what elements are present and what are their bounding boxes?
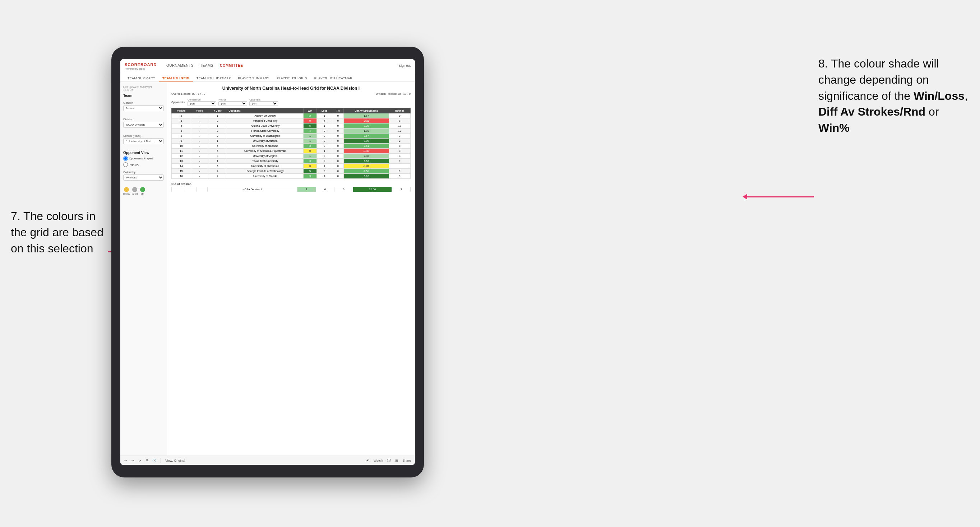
cell-opponent: Florida State University xyxy=(227,129,304,133)
legend-up: Up xyxy=(140,187,145,195)
cell-tie: 0 xyxy=(332,169,344,174)
cell-reg: - xyxy=(191,113,208,119)
logo-sub: Powered by clippd xyxy=(125,67,157,70)
toolbar-redo[interactable]: ↪ xyxy=(130,459,135,463)
region-label: Region xyxy=(218,98,247,101)
grid-area: University of North Carolina Head-to-Hea… xyxy=(167,82,415,456)
toolbar-undo[interactable]: ↩ xyxy=(123,459,128,463)
region-filter: Region (All) xyxy=(218,98,247,106)
cell-tie: 0 xyxy=(332,154,344,159)
radio-top100[interactable] xyxy=(123,162,128,167)
col-tie: Tie xyxy=(332,108,344,113)
toolbar-sep1 xyxy=(161,458,161,463)
sidebar-team-group: Team xyxy=(123,94,164,98)
cell-opponent: University of Arizona xyxy=(227,138,304,144)
cell-rank: 14 xyxy=(172,164,191,169)
sign-out-link[interactable]: Sign out xyxy=(399,64,410,67)
toolbar-grid-icon[interactable]: ⊞ xyxy=(394,459,399,463)
opponent-filter: Opponent (All) xyxy=(249,98,278,106)
table-row: 14 - 5 University of Oklahoma 0 1 0 -1.0… xyxy=(172,164,410,169)
cell-reg: - xyxy=(191,169,208,174)
annotation-right-text2: , xyxy=(964,89,968,102)
table-row: 13 - 1 Texas Tech University 3 0 0 5.56 … xyxy=(172,159,410,164)
cell-opponent: University of Washington xyxy=(227,133,304,138)
toolbar-eye-icon: 👁 xyxy=(365,459,371,463)
cell-rank: 10 xyxy=(172,144,191,149)
division-record: Division Record: 88 - 17 - 0 xyxy=(376,92,410,95)
sidebar-school-select[interactable]: 1. University of Nort... xyxy=(123,138,164,144)
conference-filter: Conference (All) xyxy=(188,98,216,106)
cell-rounds: 9 xyxy=(389,174,410,179)
grid-records: Overall Record: 89 - 17 - 0 Division Rec… xyxy=(171,92,410,95)
sidebar-colour-by-select[interactable]: Win/loss xyxy=(123,175,164,181)
region-select[interactable]: (All) xyxy=(218,101,247,106)
cell-opponent: University of Alabama xyxy=(227,144,304,149)
cell-win: 3 xyxy=(304,159,317,164)
cell-tie: 0 xyxy=(332,164,344,169)
subnav-player-h2h-heatmap[interactable]: PLAYER H2H HEATMAP xyxy=(311,75,356,82)
toolbar-clock[interactable]: 🕐 xyxy=(151,459,158,463)
cell-loss: 1 xyxy=(317,164,332,169)
cell-rank: 16 xyxy=(172,174,191,179)
cell-loss: 1 xyxy=(317,124,332,129)
col-rounds: Rounds xyxy=(389,108,410,113)
legend-down: Down xyxy=(123,187,130,195)
annotation-bold-winpct: Win% xyxy=(818,121,850,134)
cell-opponent: University of Florida xyxy=(227,174,304,179)
toolbar-copy[interactable]: ⧉ xyxy=(145,458,149,463)
nav-committee[interactable]: COMMITTEE xyxy=(220,63,243,67)
cell-rank: 11 xyxy=(172,149,191,154)
sidebar-gender-select[interactable]: Men's xyxy=(123,105,164,111)
cell-win: 0 xyxy=(304,119,317,124)
table-row: 10 - 5 University of Alabama 3 0 0 2.61 … xyxy=(172,144,410,149)
col-diff: Diff Av Strokes/Rnd xyxy=(344,108,389,113)
radio-opponents-played[interactable] xyxy=(123,156,128,161)
subnav-player-h2h-grid[interactable]: PLAYER H2H GRID xyxy=(273,75,311,82)
cell-rounds: 3 xyxy=(389,149,410,154)
opponent-select[interactable]: (All) xyxy=(249,101,278,106)
sidebar-gender-group: Gender Men's xyxy=(123,101,164,114)
cell-diff: 4.50 xyxy=(344,169,389,174)
cell-conf: 5 xyxy=(208,164,227,169)
nav-tournaments[interactable]: TOURNAMENTS xyxy=(164,63,194,67)
toolbar-share[interactable]: Share xyxy=(401,459,412,463)
cell-tie: 0 xyxy=(332,124,344,129)
subnav-team-h2h-grid[interactable]: TEAM H2H GRID xyxy=(159,75,193,82)
cell-win: 3 xyxy=(304,174,317,179)
subnav-team-summary[interactable]: TEAM SUMMARY xyxy=(124,75,159,82)
ood-rounds: 3 xyxy=(392,187,410,192)
subnav-team-h2h-heatmap[interactable]: TEAM H2H HEATMAP xyxy=(193,75,235,82)
cell-conf: 2 xyxy=(208,119,227,124)
table-row: 9 - 1 University of Arizona 1 0 0 9.00 2 xyxy=(172,138,410,144)
legend-up-label: Up xyxy=(141,193,144,195)
table-row: 11 - 6 University of Arkansas, Fayettevi… xyxy=(172,149,410,154)
cell-tie: 0 xyxy=(332,159,344,164)
cell-conf: 1 xyxy=(208,124,227,129)
logo-text: SCOREBOARD xyxy=(125,62,157,67)
out-of-division-table: NCAA Division II 1 0 0 26.00 3 xyxy=(171,187,410,192)
overall-record: Overall Record: 89 - 17 - 0 xyxy=(171,92,205,95)
filter-row: Opponents: Conference (All) Region (All) xyxy=(171,98,410,106)
toolbar-step[interactable]: ⊳ xyxy=(138,459,143,463)
sidebar-division-select[interactable]: NCAA Division I xyxy=(123,122,164,128)
conference-select[interactable]: (All) xyxy=(188,101,216,106)
cell-diff: 5.56 xyxy=(344,159,389,164)
subnav-player-summary[interactable]: PLAYER SUMMARY xyxy=(235,75,273,82)
nav-teams[interactable]: TEAMS xyxy=(200,63,213,67)
toolbar-view[interactable]: View: Original xyxy=(164,459,186,463)
cell-tie: 0 xyxy=(332,149,344,154)
col-rank: # Rank xyxy=(172,108,191,113)
cell-rounds: 3 xyxy=(389,154,410,159)
toolbar-watch[interactable]: Watch xyxy=(372,459,383,463)
cell-opponent: Georgia Institute of Technology xyxy=(227,169,304,174)
table-row: 6 - 2 Florida State University 4 2 0 1.8… xyxy=(172,129,410,133)
cell-conf: 1 xyxy=(208,138,227,144)
grid-title: University of North Carolina Head-to-Hea… xyxy=(171,86,410,91)
cell-opponent: University of Arkansas, Fayetteville xyxy=(227,149,304,154)
toolbar-chat[interactable]: 💬 xyxy=(386,459,392,463)
cell-win: 4 xyxy=(304,129,317,133)
cell-diff: -1.00 xyxy=(344,164,389,169)
nav-links: TOURNAMENTS TEAMS COMMITTEE xyxy=(164,63,399,67)
cell-reg: - xyxy=(191,133,208,138)
cell-diff: 1.67 xyxy=(344,113,389,119)
